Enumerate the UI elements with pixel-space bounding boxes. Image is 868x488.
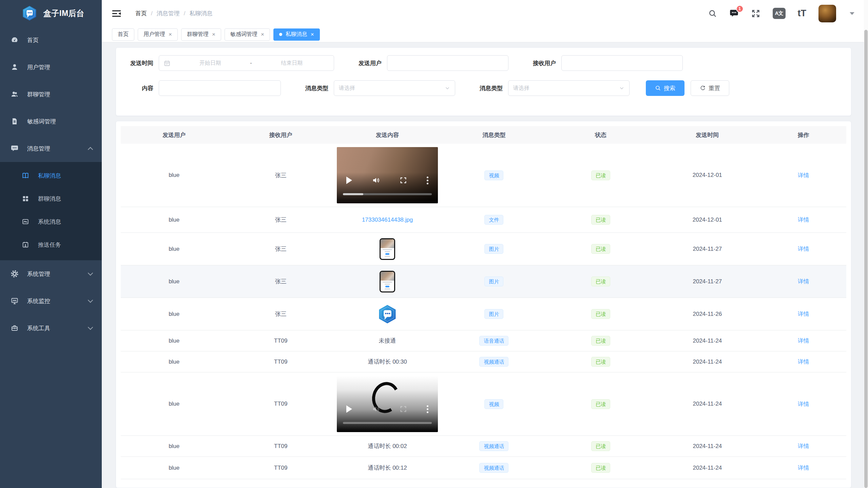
- volume-icon[interactable]: [372, 176, 380, 184]
- message-type2-label: 消息类型: [455, 84, 503, 92]
- calendar-task-icon: [21, 240, 30, 249]
- fullscreen-video-icon[interactable]: [400, 177, 407, 184]
- messages-icon[interactable]: 1: [729, 9, 739, 18]
- cell-content: 1733034614438.jpg: [334, 207, 441, 233]
- file-link[interactable]: 1733034614438.jpg: [362, 217, 413, 223]
- play-icon[interactable]: [346, 405, 352, 413]
- start-date-input[interactable]: [173, 60, 247, 66]
- detail-link[interactable]: 详情: [798, 217, 809, 223]
- col-action: 操作: [761, 126, 846, 144]
- sidebar-item-home[interactable]: 首页: [0, 26, 102, 54]
- cell-date: 2024-11-26: [654, 298, 760, 330]
- grid-icon: [21, 194, 30, 203]
- breadcrumb: 首页 / 消息管理 / 私聊消息: [135, 9, 212, 17]
- search-icon[interactable]: [708, 9, 717, 18]
- tab-group-chat-management[interactable]: 群聊管理 ×: [181, 28, 221, 41]
- sidebar-item-label: 系统消息: [38, 218, 92, 226]
- fullscreen-icon[interactable]: [751, 9, 760, 18]
- sidebar-item-system-tools[interactable]: 系统工具: [0, 314, 102, 342]
- tab-private-messages[interactable]: 私聊消息 ×: [273, 28, 320, 41]
- video-progress-bar[interactable]: [343, 422, 432, 424]
- detail-link[interactable]: 详情: [798, 359, 809, 365]
- user-menu-caret-icon[interactable]: [850, 12, 854, 15]
- scrollbar-thumb[interactable]: [864, 30, 868, 488]
- vertical-scrollbar[interactable]: [864, 0, 868, 488]
- cell-date: 2024-11-27: [654, 233, 760, 265]
- detail-link[interactable]: 详情: [798, 278, 809, 285]
- sidebar-subitem-private-messages[interactable]: 私聊消息: [0, 164, 102, 187]
- sidebar-subitem-group-messages[interactable]: 群聊消息: [0, 187, 102, 210]
- detail-link[interactable]: 详情: [798, 465, 809, 471]
- close-tab-icon[interactable]: ×: [169, 32, 172, 37]
- more-options-icon[interactable]: [427, 177, 428, 184]
- messages-table: 发送用户 接收用户 发送内容 消息类型 状态 发送时间 操作 blue 张三: [121, 126, 846, 479]
- table-row: blue TT09 通话时长 00:30 视频通话 已读 2024-11-24 …: [121, 351, 846, 372]
- video-player[interactable]: [337, 147, 438, 203]
- search-button[interactable]: 搜索: [646, 80, 684, 96]
- type-badge: 视频: [484, 170, 503, 180]
- sidebar-item-message-management[interactable]: 消息管理: [0, 135, 102, 162]
- breadcrumb-item[interactable]: 首页: [135, 9, 147, 17]
- sidebar-item-system-monitor[interactable]: 系统监控: [0, 287, 102, 314]
- message-management-submenu: 私聊消息 群聊消息 系统消息 推送任务: [0, 162, 102, 260]
- table-row: blue TT09 通话时长 00:02 视频通话 已读 2024-11-24 …: [121, 436, 846, 457]
- sidebar-item-group-chat-management[interactable]: 群聊管理: [0, 81, 102, 108]
- sidebar-item-system-management[interactable]: 系统管理: [0, 260, 102, 287]
- tab-user-management[interactable]: 用户管理 ×: [138, 28, 178, 41]
- reset-button[interactable]: 重置: [691, 80, 729, 96]
- volume-icon[interactable]: [372, 405, 380, 413]
- sidebar-item-user-management[interactable]: 用户管理: [0, 54, 102, 81]
- avatar[interactable]: [818, 5, 836, 22]
- close-tab-icon[interactable]: ×: [212, 32, 215, 37]
- type-badge: 视频通话: [479, 441, 508, 451]
- video-player-loading[interactable]: [337, 376, 438, 432]
- detail-link[interactable]: 详情: [798, 246, 809, 252]
- sidebar-subitem-system-messages[interactable]: 系统消息: [0, 210, 102, 233]
- detail-link[interactable]: 详情: [798, 401, 809, 407]
- font-size-icon[interactable]: tT: [798, 9, 806, 18]
- receive-user-input[interactable]: [561, 55, 683, 71]
- message-type-select[interactable]: 请选择: [334, 80, 455, 96]
- logo-image-thumbnail[interactable]: [378, 304, 397, 324]
- end-date-input[interactable]: [255, 60, 329, 66]
- sidebar-item-sensitive-word-management[interactable]: 敏感词管理: [0, 108, 102, 135]
- close-tab-icon[interactable]: ×: [261, 32, 264, 37]
- content-input[interactable]: [159, 80, 281, 96]
- tab-sensitive-word-management[interactable]: 敏感词管理 ×: [225, 28, 270, 41]
- table-row: blue 张三 图片 已读 2024-11-27 详情: [121, 233, 846, 265]
- detail-link[interactable]: 详情: [798, 311, 809, 317]
- cell-content: 通话时长 00:02: [334, 436, 441, 457]
- sidebar-item-label: 首页: [27, 36, 92, 44]
- sidebar-item-label: 私聊消息: [38, 172, 92, 180]
- detail-link[interactable]: 详情: [798, 172, 809, 179]
- book-icon: [21, 171, 30, 180]
- video-progress-bar[interactable]: [343, 193, 432, 195]
- detail-link[interactable]: 详情: [798, 443, 809, 449]
- cell-content: [334, 233, 441, 265]
- breadcrumb-separator: /: [184, 10, 186, 17]
- app-logo-row: 盒子IM后台: [0, 0, 102, 26]
- message-type2-select[interactable]: 请选择: [508, 80, 630, 96]
- content-label: 内容: [121, 84, 153, 92]
- type-badge: 图片: [484, 277, 503, 286]
- play-icon[interactable]: [346, 177, 352, 184]
- send-user-input[interactable]: [387, 55, 508, 71]
- image-thumbnail[interactable]: [380, 238, 395, 260]
- chevron-down-icon: [445, 85, 450, 91]
- translate-icon[interactable]: A文: [773, 8, 786, 19]
- image-thumbnail[interactable]: [380, 271, 395, 292]
- select-placeholder: 请选择: [339, 85, 355, 92]
- collapse-sidebar-icon[interactable]: [112, 10, 121, 17]
- cell-content: 通话时长 00:12: [334, 457, 441, 479]
- detail-link[interactable]: 详情: [798, 338, 809, 344]
- cell-receiver: 张三: [227, 207, 334, 233]
- close-tab-icon[interactable]: ×: [311, 32, 314, 37]
- more-options-icon[interactable]: [427, 405, 428, 413]
- status-badge: 已读: [591, 336, 610, 346]
- tab-home[interactable]: 首页: [112, 28, 134, 41]
- sidebar-subitem-push-tasks[interactable]: 推送任务: [0, 233, 102, 256]
- sidebar-item-label: 群聊管理: [27, 90, 92, 98]
- date-range-picker[interactable]: -: [159, 55, 334, 71]
- status-badge: 已读: [591, 277, 610, 286]
- fullscreen-video-icon[interactable]: [400, 405, 407, 413]
